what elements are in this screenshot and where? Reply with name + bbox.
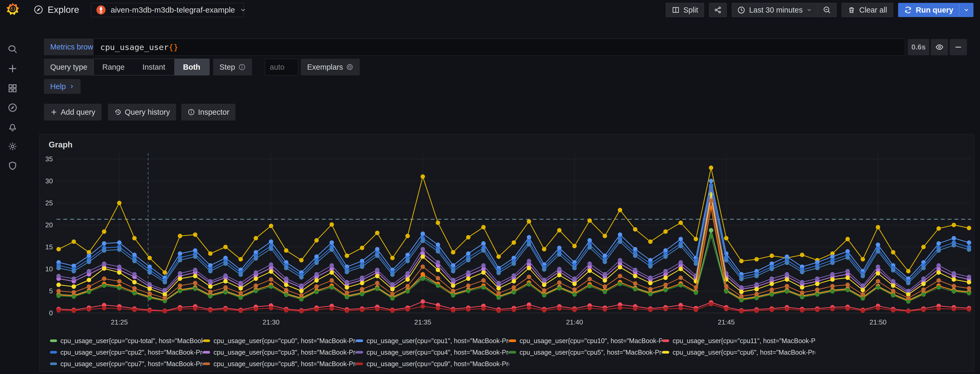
chevron-down-icon bbox=[806, 7, 812, 13]
search-icon[interactable] bbox=[7, 43, 18, 55]
top-nav: Explore aiven-m3db-m3db-telegraf-example… bbox=[25, 0, 980, 20]
query-braces: {} bbox=[169, 42, 178, 52]
legend-label: cpu_usage_user{cpu="cpu9", host="MacBook… bbox=[366, 360, 509, 368]
share-button[interactable] bbox=[709, 3, 727, 17]
toggle-visibility-button[interactable] bbox=[931, 39, 948, 55]
query-history-label: Query history bbox=[125, 108, 170, 117]
svg-text:30: 30 bbox=[45, 177, 53, 185]
time-range-picker[interactable]: Last 30 minutes bbox=[732, 3, 817, 17]
settings-gear-icon[interactable] bbox=[7, 141, 18, 152]
svg-text:0: 0 bbox=[49, 309, 53, 317]
legend-item[interactable]: cpu_usage_user{cpu="cpu7", host="MacBook… bbox=[50, 360, 203, 368]
chevron-down-icon bbox=[963, 7, 969, 13]
plus-icon[interactable] bbox=[7, 63, 18, 74]
step-input[interactable]: auto bbox=[265, 59, 298, 75]
both-label: Both bbox=[183, 63, 200, 72]
legend-row: cpu_usage_user{cpu="cpu7", host="MacBook… bbox=[50, 358, 972, 369]
legend-label: cpu_usage_user{cpu="cpu1", host="MacBook… bbox=[366, 337, 509, 345]
svg-text:5: 5 bbox=[49, 287, 53, 295]
legend-item[interactable]: cpu_usage_user{cpu="cpu8", host="MacBook… bbox=[203, 360, 356, 368]
explore-compass-icon[interactable] bbox=[7, 102, 18, 113]
legend-label: cpu_usage_user{cpu="cpu11", host="MacBoo… bbox=[673, 337, 815, 345]
legend-item[interactable]: cpu_usage_user{cpu="cpu0", host="MacBook… bbox=[203, 337, 356, 345]
query-type-range[interactable]: Range bbox=[93, 59, 134, 75]
legend-swatch bbox=[50, 351, 57, 353]
alerting-bell-icon[interactable] bbox=[7, 121, 18, 133]
legend-swatch bbox=[662, 339, 669, 342]
split-button[interactable]: Split bbox=[666, 3, 704, 17]
legend-item[interactable]: cpu_usage_user{cpu="cpu3", host="MacBook… bbox=[203, 348, 356, 356]
legend-item[interactable]: cpu_usage_user{cpu="cpu1", host="MacBook… bbox=[356, 337, 509, 345]
step-placeholder: auto bbox=[270, 63, 284, 72]
query-input[interactable]: cpu_usage_user{} bbox=[93, 38, 905, 56]
sidebar bbox=[0, 0, 25, 374]
legend-swatch bbox=[356, 351, 363, 353]
page-title-wrap: Explore bbox=[33, 5, 79, 15]
legend-swatch bbox=[509, 351, 516, 353]
legend-label: cpu_usage_user{cpu="cpu10", host="MacBoo… bbox=[520, 337, 662, 345]
datasource-name: aiven-m3db-m3db-telegraf-example bbox=[111, 5, 235, 14]
clock-icon bbox=[737, 6, 745, 14]
legend-item[interactable]: cpu_usage_user{cpu="cpu9", host="MacBook… bbox=[356, 360, 509, 368]
info-circle-icon bbox=[188, 109, 195, 116]
svg-text:20: 20 bbox=[45, 221, 53, 229]
inspector-label: Inspector bbox=[198, 108, 229, 117]
inspector-button[interactable]: Inspector bbox=[181, 104, 235, 120]
clear-all-button[interactable]: Clear all bbox=[842, 3, 893, 17]
sync-icon bbox=[904, 6, 912, 14]
chevron-down-icon bbox=[240, 6, 247, 13]
range-label: Range bbox=[102, 63, 124, 72]
query-history-button[interactable]: Query history bbox=[108, 104, 176, 120]
clear-all-label: Clear all bbox=[859, 6, 887, 14]
run-query-group: Run query bbox=[898, 3, 974, 17]
svg-text:21:45: 21:45 bbox=[718, 318, 735, 326]
exemplars-toggle[interactable]: Exemplars bbox=[301, 59, 360, 75]
query-type-label-chip: Query type bbox=[44, 59, 94, 75]
run-query-dropdown[interactable] bbox=[959, 3, 974, 17]
eye-icon bbox=[935, 43, 943, 51]
help-label: Help bbox=[50, 82, 66, 91]
legend-swatch bbox=[203, 363, 210, 365]
legend-item[interactable]: cpu_usage_user{cpu="cpu5", host="MacBook… bbox=[509, 348, 662, 356]
help-button[interactable]: Help bbox=[44, 79, 81, 94]
legend-label: cpu_usage_user{cpu="cpu0", host="MacBook… bbox=[213, 337, 356, 345]
dashboards-icon[interactable] bbox=[7, 83, 18, 94]
legend-item[interactable]: cpu_usage_user{cpu="cpu-total", host="Ma… bbox=[50, 337, 203, 345]
panel-title[interactable]: Graph bbox=[49, 140, 72, 150]
svg-text:21:30: 21:30 bbox=[262, 318, 279, 326]
legend-label: cpu_usage_user{cpu="cpu7", host="MacBook… bbox=[60, 360, 203, 368]
legend-item[interactable]: cpu_usage_user{cpu="cpu6", host="MacBook… bbox=[662, 348, 815, 356]
query-type-label: Query type bbox=[50, 63, 88, 72]
query-type-both[interactable]: Both bbox=[174, 59, 209, 75]
graph-canvas[interactable]: 0510152025303521:2521:3021:3521:4021:452… bbox=[40, 153, 974, 334]
legend-item[interactable]: cpu_usage_user{cpu="cpu4", host="MacBook… bbox=[356, 348, 509, 356]
plus-icon bbox=[50, 109, 57, 116]
svg-text:21:50: 21:50 bbox=[869, 318, 886, 326]
legend-item[interactable]: cpu_usage_user{cpu="cpu11", host="MacBoo… bbox=[662, 337, 815, 345]
legend-item[interactable]: cpu_usage_user{cpu="cpu2", host="MacBook… bbox=[50, 348, 203, 356]
legend-swatch bbox=[203, 351, 210, 353]
trash-icon bbox=[848, 6, 856, 14]
remove-query-button[interactable] bbox=[950, 39, 967, 55]
legend-swatch bbox=[50, 339, 57, 342]
legend-item[interactable]: cpu_usage_user{cpu="cpu10", host="MacBoo… bbox=[509, 337, 662, 345]
add-query-button[interactable]: Add query bbox=[44, 104, 102, 120]
svg-text:21:35: 21:35 bbox=[414, 318, 431, 326]
minus-icon bbox=[954, 43, 963, 51]
legend-label: cpu_usage_user{cpu="cpu5", host="MacBook… bbox=[520, 348, 662, 356]
legend-swatch bbox=[356, 363, 363, 365]
grafana-logo[interactable] bbox=[5, 2, 20, 16]
shield-icon[interactable] bbox=[7, 160, 18, 171]
graph-panel: Graph 0510152025303521:2521:3021:3521:40… bbox=[39, 134, 975, 372]
legend-label: cpu_usage_user{cpu="cpu8", host="MacBook… bbox=[213, 360, 356, 368]
bullseye-icon bbox=[346, 63, 353, 71]
svg-text:21:40: 21:40 bbox=[566, 318, 583, 326]
svg-text:21:25: 21:25 bbox=[111, 318, 128, 326]
add-query-label: Add query bbox=[61, 108, 95, 117]
query-type-instant[interactable]: Instant bbox=[134, 59, 174, 75]
legend-row: cpu_usage_user{cpu="cpu2", host="MacBook… bbox=[50, 347, 972, 358]
zoom-out-button[interactable] bbox=[817, 3, 836, 17]
datasource-picker[interactable]: aiven-m3db-m3db-telegraf-example bbox=[91, 3, 244, 17]
run-query-button[interactable]: Run query bbox=[898, 3, 959, 17]
legend-swatch bbox=[662, 351, 669, 353]
